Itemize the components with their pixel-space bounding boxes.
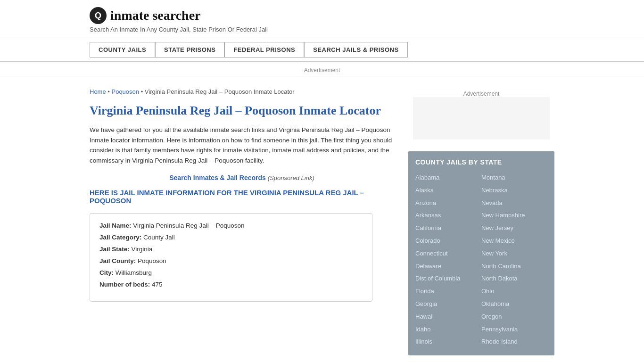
- state-link-oregon[interactable]: Oregon: [481, 311, 547, 323]
- sidebar-ad-placeholder: [413, 97, 550, 140]
- nav-federal-prisons[interactable]: FEDERAL PRISONS: [224, 42, 304, 58]
- nav-bar: COUNTY JAILS STATE PRISONS FEDERAL PRISO…: [0, 38, 644, 62]
- state-col-left: Alabama Alaska Arizona Arkansas Californ…: [415, 172, 481, 348]
- section-heading: HERE IS JAIL INMATE INFORMATION FOR THE …: [90, 189, 394, 205]
- info-row-name: Jail Name: Virginia Peninsula Reg Jail –…: [99, 222, 363, 229]
- header-tagline: Search An Inmate In Any County Jail, Sta…: [90, 26, 635, 33]
- page-title: Virginia Peninsula Reg Jail – Poquoson I…: [90, 104, 394, 118]
- breadcrumb-home[interactable]: Home: [90, 88, 106, 95]
- page-wrapper: Home • Poquoson • Virginia Peninsula Reg…: [0, 81, 644, 355]
- state-link-new-mexico[interactable]: New Mexico: [481, 235, 547, 247]
- state-link-illinois[interactable]: Illinois: [415, 336, 481, 348]
- sidebar-ad-label: Advertisement: [413, 90, 550, 97]
- sponsored-link[interactable]: Search Inmates & Jail Records: [169, 174, 266, 181]
- sidebar-advertisement: Advertisement: [408, 86, 554, 144]
- info-label-name: Jail Name:: [99, 222, 132, 229]
- info-value-beds: 475: [152, 281, 163, 288]
- state-link-nevada[interactable]: Nevada: [481, 197, 547, 210]
- info-row-city: City: Williamsburg: [99, 269, 363, 276]
- state-link-montana[interactable]: Montana: [481, 172, 547, 184]
- sponsored-link-container: Search Inmates & Jail Records (Sponsored…: [90, 174, 394, 181]
- top-advertisement: Advertisement: [0, 62, 644, 76]
- logo-icon: Q: [90, 7, 107, 24]
- state-link-oklahoma[interactable]: Oklahoma: [481, 298, 547, 311]
- info-label-state: Jail State:: [99, 246, 130, 253]
- nav-state-prisons[interactable]: STATE PRISONS: [155, 42, 224, 58]
- state-link-arizona[interactable]: Arizona: [415, 197, 481, 210]
- info-label-beds: Number of beds:: [99, 281, 150, 288]
- state-link-alaska[interactable]: Alaska: [415, 184, 481, 197]
- state-link-rhode-island[interactable]: Rhode Island: [481, 336, 547, 348]
- logo-area: Q inmate searcher: [90, 7, 635, 24]
- state-link-california[interactable]: California: [415, 222, 481, 235]
- main-content: Home • Poquoson • Virginia Peninsula Reg…: [90, 81, 408, 355]
- breadcrumb-poquoson[interactable]: Poquoson: [111, 88, 139, 95]
- state-link-dc[interactable]: Dist.of Columbia: [415, 272, 481, 285]
- info-label-county: Jail County:: [99, 257, 136, 264]
- state-link-arkansas[interactable]: Arkansas: [415, 209, 481, 222]
- header: Q inmate searcher Search An Inmate In An…: [0, 0, 644, 38]
- info-row-state: Jail State: Virginia: [99, 246, 363, 253]
- info-value-county: Poquoson: [138, 257, 166, 264]
- state-link-florida[interactable]: Florida: [415, 285, 481, 298]
- state-box-title: COUNTY JAILS BY STATE: [415, 158, 547, 166]
- sidebar: Advertisement COUNTY JAILS BY STATE Alab…: [408, 81, 554, 355]
- info-card: Jail Name: Virginia Peninsula Reg Jail –…: [90, 213, 372, 302]
- breadcrumb-sep2: •: [141, 88, 145, 95]
- state-link-hawaii[interactable]: Hawaii: [415, 311, 481, 323]
- state-box: COUNTY JAILS BY STATE Alabama Alaska Ari…: [408, 151, 554, 355]
- state-link-new-hampshire[interactable]: New Hampshire: [481, 209, 547, 222]
- info-value-category: County Jail: [143, 234, 175, 241]
- logo-text: inmate searcher: [110, 8, 201, 23]
- state-link-colorado[interactable]: Colorado: [415, 235, 481, 247]
- info-row-category: Jail Category: County Jail: [99, 234, 363, 241]
- ad-label: Advertisement: [0, 67, 644, 74]
- body-text: We have gathered for you all the availab…: [90, 125, 394, 165]
- state-link-north-carolina[interactable]: North Carolina: [481, 260, 547, 273]
- breadcrumb-current: Virginia Peninsula Reg Jail – Poquoson I…: [145, 88, 295, 95]
- state-link-new-york[interactable]: New York: [481, 247, 547, 260]
- info-label-city: City:: [99, 269, 114, 276]
- state-link-north-dakota[interactable]: North Dakota: [481, 272, 547, 285]
- state-col-right: Montana Nebraska Nevada New Hampshire Ne…: [481, 172, 547, 348]
- state-link-new-jersey[interactable]: New Jersey: [481, 222, 547, 235]
- nav-search-jails[interactable]: SEARCH JAILS & PRISONS: [304, 42, 407, 58]
- state-link-connecticut[interactable]: Connecticut: [415, 247, 481, 260]
- state-link-idaho[interactable]: Idaho: [415, 323, 481, 336]
- info-row-beds: Number of beds: 475: [99, 281, 363, 288]
- sponsored-tag: (Sponsored Link): [268, 174, 314, 181]
- info-row-county: Jail County: Poquoson: [99, 257, 363, 264]
- state-link-ohio[interactable]: Ohio: [481, 285, 547, 298]
- state-link-delaware[interactable]: Delaware: [415, 260, 481, 273]
- info-value-state: Virginia: [132, 246, 153, 253]
- nav-county-jails[interactable]: COUNTY JAILS: [90, 42, 155, 58]
- state-link-georgia[interactable]: Georgia: [415, 298, 481, 311]
- info-label-category: Jail Category:: [99, 234, 141, 241]
- breadcrumb: Home • Poquoson • Virginia Peninsula Reg…: [90, 88, 394, 95]
- info-value-city: Williamsburg: [116, 269, 152, 276]
- state-columns: Alabama Alaska Arizona Arkansas Californ…: [415, 172, 547, 348]
- state-link-alabama[interactable]: Alabama: [415, 172, 481, 184]
- logo-q: Q: [95, 11, 101, 21]
- state-link-nebraska[interactable]: Nebraska: [481, 184, 547, 197]
- state-link-pennsylvania[interactable]: Pennsylvania: [481, 323, 547, 336]
- info-value-name: Virginia Peninsula Reg Jail – Poquoson: [133, 222, 244, 229]
